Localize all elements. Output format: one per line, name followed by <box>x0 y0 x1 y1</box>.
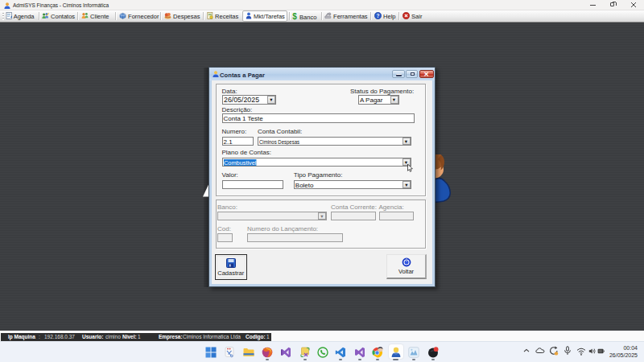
svg-text:$: $ <box>292 12 297 20</box>
svg-text:?: ? <box>377 13 380 19</box>
